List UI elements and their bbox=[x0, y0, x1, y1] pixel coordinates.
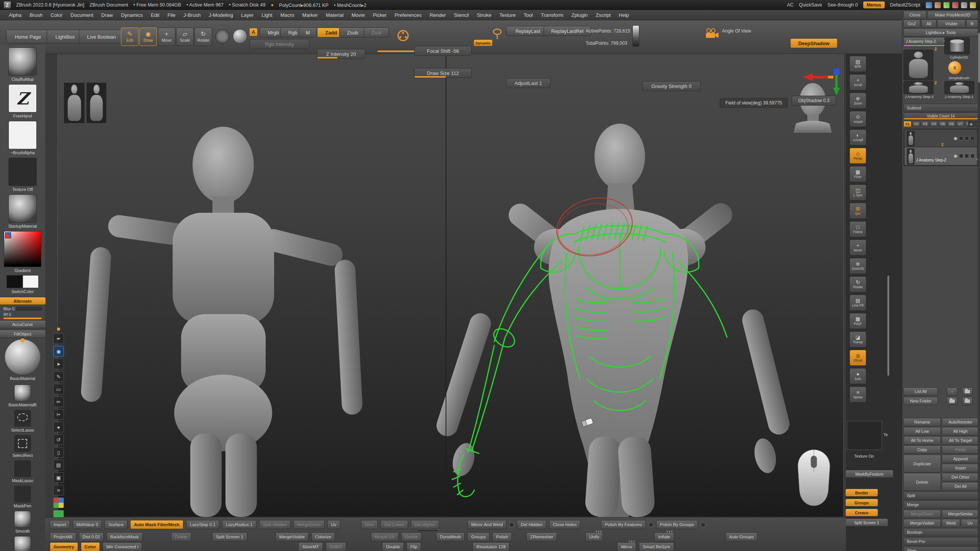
move-button[interactable]: +Move bbox=[158, 28, 175, 46]
bottom-bar-button[interactable]: SDiv bbox=[361, 520, 378, 529]
merge-section-header[interactable]: Merge bbox=[903, 500, 978, 509]
palette-icon[interactable] bbox=[934, 2, 941, 8]
bottom-bar-button[interactable]: Mirrorx y z bbox=[617, 542, 636, 551]
menu-item[interactable]: Stencil bbox=[451, 11, 472, 19]
toggle-dot[interactable] bbox=[648, 522, 653, 527]
gravity-direction-widget[interactable] bbox=[632, 25, 639, 47]
menu-item[interactable]: Preferences bbox=[391, 11, 425, 19]
right-shelf-button[interactable]: ▦ Floor bbox=[849, 166, 866, 182]
folder-up-icon[interactable] bbox=[947, 397, 957, 405]
crease-button[interactable]: Crease bbox=[845, 509, 878, 517]
sdiv-mini-slider[interactable] bbox=[417, 530, 439, 532]
alternate-button[interactable]: Alternate bbox=[0, 297, 46, 305]
obj-shadow-slider[interactable]: ObjShadow 0.3 bbox=[792, 96, 836, 106]
bottom-bar-button[interactable]: Uv bbox=[327, 520, 340, 529]
all-to-target-button[interactable]: All To Target bbox=[942, 436, 979, 445]
menu-item[interactable]: Alpha bbox=[5, 11, 25, 19]
bottom-bar-button[interactable]: Import bbox=[50, 520, 70, 529]
texture-preview[interactable] bbox=[847, 421, 882, 450]
bottom-bar-button[interactable]: Color bbox=[81, 542, 100, 551]
right-shelf-button[interactable]: ◫ L.Sym bbox=[849, 184, 866, 201]
recent-tool-cylinder3d[interactable] bbox=[944, 37, 970, 54]
bottom-bar-button[interactable]: Auto Mask FiberMesh bbox=[130, 520, 183, 529]
eye-icon[interactable]: ◉ bbox=[53, 346, 64, 357]
menu-item[interactable]: Stroke bbox=[474, 11, 495, 19]
sidebar-item[interactable]: SmoothValleys bbox=[9, 536, 37, 551]
menu-item[interactable]: Layer bbox=[238, 11, 257, 19]
export-all-button[interactable]: All bbox=[921, 20, 936, 28]
lightbox-tools-button[interactable]: Lightbox ▸ Tools bbox=[903, 28, 978, 37]
right-shelf-button[interactable]: ▤ BPR bbox=[849, 56, 866, 72]
color-grid-icon[interactable] bbox=[53, 497, 64, 508]
image-icon[interactable]: ▣ bbox=[53, 472, 64, 483]
rotate-button[interactable]: ↻Rotate bbox=[194, 28, 212, 46]
bottom-bar-button[interactable]: DynaMesh bbox=[436, 532, 465, 541]
list-all-button[interactable]: List All bbox=[903, 387, 938, 396]
r-button[interactable]: R bbox=[966, 20, 978, 28]
visible-count-slider[interactable]: Visible Count 14 bbox=[903, 112, 978, 120]
toggle-dot[interactable] bbox=[701, 522, 706, 527]
gravity-strength-slider[interactable]: Gravity Strength 0 bbox=[642, 81, 701, 91]
boolean-section-header[interactable]: Boolean bbox=[903, 528, 978, 536]
subtool-eye-icon[interactable]: ◉ bbox=[968, 121, 974, 127]
menu-item[interactable]: File bbox=[164, 11, 179, 19]
active-tool-thumbnail[interactable] bbox=[903, 50, 933, 80]
quicksave-button[interactable]: QuickSave bbox=[799, 2, 822, 8]
bottom-bar-button[interactable]: Split Hidden bbox=[259, 520, 291, 529]
document-thumbnail[interactable] bbox=[86, 82, 107, 124]
bottom-bar-button[interactable]: Dist 0.02 bbox=[79, 532, 104, 541]
align-section-header[interactable]: Align bbox=[903, 546, 978, 551]
camera-icon[interactable] bbox=[705, 28, 719, 39]
layers-icon[interactable] bbox=[961, 2, 967, 8]
replay-last-button[interactable]: ReplayLast bbox=[506, 26, 550, 36]
alpha-quick-button[interactable]: A bbox=[250, 28, 257, 36]
fov-slider[interactable]: Field of view(deg) 39.59775 bbox=[720, 98, 788, 108]
right-shelf-button[interactable]: ◎ Ghost bbox=[849, 350, 866, 366]
right-shelf-button[interactable]: ⊕ Zoom3D bbox=[849, 258, 866, 274]
right-shelf-button[interactable]: + Move bbox=[849, 240, 866, 256]
mask-by-feature-button[interactable]: MaskByFeature bbox=[845, 470, 893, 478]
menu-item[interactable]: Picker bbox=[369, 11, 390, 19]
home-page-button[interactable]: Home Page bbox=[6, 30, 50, 44]
export-visible-button[interactable]: Visible bbox=[937, 20, 965, 28]
subtool-mini-icon[interactable] bbox=[959, 154, 963, 158]
bottom-bar-button[interactable]: Min Connected I bbox=[103, 542, 142, 551]
merge-visible-button[interactable]: MergeVisible bbox=[903, 519, 941, 527]
focal-shift-slider[interactable]: Focal Shift -56 bbox=[414, 46, 472, 56]
rgb-intensity-slider[interactable]: Rgb Intensity bbox=[250, 39, 309, 49]
menu-item[interactable]: J-Modeling bbox=[205, 11, 237, 19]
sidebar-item[interactable]: SelectLasso bbox=[11, 410, 34, 432]
right-shelf-button[interactable]: ◪ Transp bbox=[849, 331, 866, 347]
gear-icon[interactable] bbox=[970, 2, 976, 8]
bottom-bar-button[interactable]: Geometry bbox=[50, 542, 78, 551]
delete-button[interactable]: Delete bbox=[903, 473, 941, 491]
append-button[interactable]: Append bbox=[942, 455, 979, 463]
subtool-mini-icon[interactable] bbox=[959, 136, 963, 140]
bottom-bar-button[interactable]: Polish By Features bbox=[601, 520, 646, 529]
all-low-button[interactable]: All Low bbox=[903, 427, 941, 435]
sidebar-item[interactable]: StartupMaterial bbox=[8, 194, 37, 228]
rf-slider[interactable]: Rf 0 bbox=[3, 312, 42, 319]
bottom-bar-button[interactable]: Flip bbox=[407, 542, 421, 551]
panel-scrollbar-thumb[interactable] bbox=[978, 33, 980, 83]
undo-icon[interactable]: ↺ bbox=[53, 434, 64, 445]
see-through-slider[interactable]: See-through 0 bbox=[828, 2, 858, 8]
eye-icon[interactable]: ◉ bbox=[954, 136, 957, 141]
paint-roller-icon[interactable]: ▭ bbox=[53, 384, 64, 395]
ac-button[interactable]: AC bbox=[787, 2, 794, 8]
subtool-row-selected[interactable]: J Anatomy Step-2 ◉ bbox=[905, 147, 977, 165]
menu-item[interactable]: J-Brush bbox=[180, 11, 204, 19]
duplicate-button[interactable]: Duplicate bbox=[903, 455, 941, 473]
sidebar-item[interactable]: BasicMaterialB bbox=[8, 385, 36, 407]
panel-scrollbar-track[interactable] bbox=[978, 10, 980, 551]
main-color-swatch[interactable] bbox=[7, 275, 23, 288]
dynamic-toggle[interactable]: Dynamic bbox=[474, 40, 492, 46]
menu-item[interactable]: Edit bbox=[147, 11, 163, 19]
split-screen-button[interactable]: Split Screen 1 bbox=[845, 518, 888, 527]
color-picker[interactable] bbox=[4, 231, 41, 267]
right-shelf-button[interactable]: ⊞ Qxz bbox=[849, 203, 866, 219]
menu-item[interactable]: Dynamics bbox=[118, 11, 146, 19]
live-boolean-button[interactable]: Live Boolean bbox=[79, 30, 124, 44]
menu-item[interactable]: Light bbox=[258, 11, 276, 19]
variant-tab[interactable]: V5 bbox=[939, 121, 947, 127]
